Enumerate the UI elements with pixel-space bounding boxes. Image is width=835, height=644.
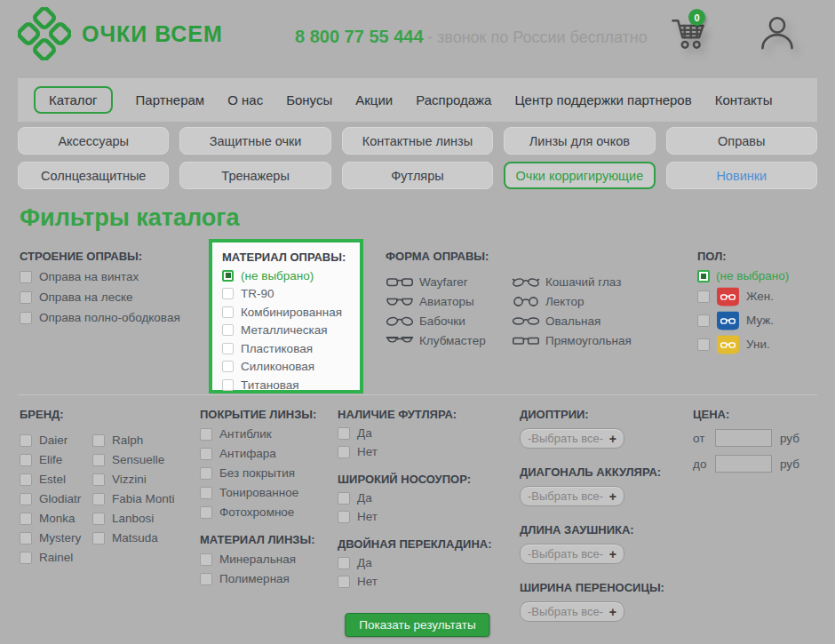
checkbox[interactable] — [20, 312, 32, 324]
checkbox[interactable] — [222, 288, 234, 299]
show-results-button[interactable]: Показать результаты — [345, 613, 489, 637]
checkbox[interactable] — [20, 532, 32, 545]
option-coating-antifog[interactable]: Антифара — [200, 447, 316, 460]
option-material-silicone[interactable]: Силиконовая — [222, 360, 360, 373]
category-frames[interactable]: Оправы — [666, 127, 817, 155]
option-material-plastic[interactable]: Пластиковая — [222, 342, 360, 355]
checkbox[interactable] — [222, 343, 234, 354]
category-cases[interactable]: Футляры — [342, 162, 493, 189]
checkbox[interactable] — [200, 448, 212, 460]
option-brand-elife[interactable]: Elife — [20, 453, 84, 466]
option-bridge-no[interactable]: Нет — [338, 575, 492, 588]
option-brand-vizzini[interactable]: Vizzini — [92, 473, 175, 486]
option-coating-none[interactable]: Без покрытия — [200, 466, 316, 480]
nav-item-catalog[interactable]: Каталог — [34, 86, 113, 114]
option-material-combined[interactable]: Комбинированная — [222, 306, 360, 319]
checkbox[interactable] — [338, 446, 350, 458]
checkbox[interactable] — [338, 427, 350, 440]
nav-item-sale[interactable]: Распродажа — [416, 92, 491, 107]
option-shape-wayfarer[interactable]: Wayfarer — [386, 275, 499, 289]
option-brand-monka[interactable]: Monka — [20, 512, 84, 525]
option-coating-antiglare[interactable]: Антиблик — [200, 427, 316, 441]
checkbox[interactable] — [20, 493, 32, 505]
cart-button[interactable]: 0 — [672, 16, 714, 59]
option-bridge-yes[interactable]: Да — [338, 556, 492, 569]
option-gender-male[interactable]: Муж. — [697, 310, 789, 330]
checkbox[interactable] — [200, 573, 212, 585]
nav-item-about[interactable]: О нас — [227, 92, 263, 107]
price-to-input[interactable] — [715, 455, 772, 473]
option-case-yes[interactable]: Да — [338, 426, 492, 440]
option-case-no[interactable]: Нет — [338, 445, 492, 458]
dropdown-diopters[interactable]: -Выбрать все- + — [520, 428, 624, 449]
option-lens-polymer[interactable]: Полимерная — [200, 572, 316, 585]
option-shape-aviator[interactable]: Авиаторы — [386, 295, 499, 308]
category-accessories[interactable]: Аксессуары — [18, 127, 169, 155]
checkbox[interactable] — [20, 454, 32, 466]
checkbox[interactable] — [338, 557, 350, 569]
option-material-titanium[interactable]: Титановая — [222, 378, 360, 392]
category-corrective-glasses[interactable]: Очки корригирующие — [504, 162, 655, 189]
checkbox[interactable] — [200, 428, 212, 441]
price-from-input[interactable] — [715, 429, 772, 447]
option-brand-matsuda[interactable]: Matsuda — [92, 531, 175, 545]
option-shape-rectangular[interactable]: Прямоугольная — [512, 334, 632, 347]
option-shape-butterfly[interactable]: Бабочки — [386, 314, 499, 328]
option-lens-mineral[interactable]: Минеральная — [200, 553, 316, 566]
checkbox[interactable] — [200, 487, 212, 499]
option-frame-full-rim[interactable]: Оправа полно-ободковая — [20, 311, 180, 324]
dropdown-temple-length[interactable]: -Выбрать все- + — [520, 544, 624, 564]
option-nosepad-yes[interactable]: Да — [338, 491, 492, 505]
checkbox[interactable] — [92, 532, 105, 545]
option-brand-ralph[interactable]: Ralph — [92, 433, 175, 447]
nav-item-contacts[interactable]: Контакты — [715, 92, 773, 107]
checkbox[interactable] — [222, 379, 234, 391]
checkbox[interactable] — [20, 473, 32, 486]
category-trainers[interactable]: Тренажеры — [179, 162, 330, 189]
checkbox[interactable] — [222, 361, 234, 372]
checkbox-checked[interactable] — [697, 270, 710, 282]
option-frame-line[interactable]: Оправа на леске — [20, 290, 180, 304]
category-eyeglass-lenses[interactable]: Линзы для очков — [504, 127, 655, 155]
option-shape-cat-eye[interactable]: Кошачий глаз — [512, 275, 632, 289]
option-material-not-selected[interactable]: (не выбрано) — [222, 269, 360, 282]
option-material-tr90[interactable]: TR-90 — [222, 287, 360, 300]
category-sunglasses[interactable]: Солнцезащитные — [18, 162, 169, 189]
checkbox[interactable] — [338, 492, 350, 505]
checkbox[interactable] — [697, 290, 710, 303]
nav-item-promos[interactable]: Акции — [355, 92, 393, 107]
nav-item-bonuses[interactable]: Бонусы — [286, 92, 332, 107]
checkbox[interactable] — [338, 511, 350, 523]
checkbox[interactable] — [697, 338, 710, 351]
category-safety-glasses[interactable]: Защитные очки — [179, 127, 330, 155]
checkbox[interactable] — [92, 473, 105, 486]
checkbox[interactable] — [92, 493, 105, 505]
option-gender-unisex[interactable]: Уни. — [697, 334, 789, 354]
checkbox[interactable] — [200, 506, 212, 519]
option-brand-estel[interactable]: Estel — [20, 473, 84, 486]
option-shape-clubmaster[interactable]: Клубмастер — [386, 334, 499, 347]
checkbox[interactable] — [222, 324, 234, 336]
option-material-metal[interactable]: Металлическая — [222, 323, 360, 337]
category-new-arrivals[interactable]: Новинки — [666, 162, 817, 189]
checkbox[interactable] — [20, 513, 32, 525]
option-gender-not-selected[interactable]: (не выбрано) — [697, 269, 789, 282]
option-shape-lector[interactable]: Лектор — [512, 295, 632, 308]
checkbox[interactable] — [697, 314, 710, 327]
logo[interactable]: ОЧКИ ВСЕМ — [18, 7, 223, 60]
nav-item-partner-support[interactable]: Центр поддержки партнеров — [514, 92, 691, 107]
option-nosepad-no[interactable]: Нет — [338, 510, 492, 523]
option-coating-tinted[interactable]: Тонированное — [200, 486, 316, 499]
option-frame-screws[interactable]: Оправа на винтах — [20, 270, 180, 283]
checkbox[interactable] — [20, 291, 32, 304]
option-brand-sensuelle[interactable]: Sensuelle — [92, 453, 175, 466]
dropdown-lens-diagonal[interactable]: -Выбрать все- + — [520, 486, 624, 506]
option-brand-lanbosi[interactable]: Lanbosi — [92, 512, 175, 525]
checkbox[interactable] — [20, 271, 32, 283]
checkbox[interactable] — [92, 513, 105, 525]
option-gender-female[interactable]: Жен. — [697, 286, 789, 306]
account-button[interactable] — [757, 12, 798, 53]
checkbox[interactable] — [338, 576, 350, 588]
option-brand-daier[interactable]: Daier — [20, 433, 84, 447]
checkbox-checked[interactable] — [222, 270, 234, 282]
